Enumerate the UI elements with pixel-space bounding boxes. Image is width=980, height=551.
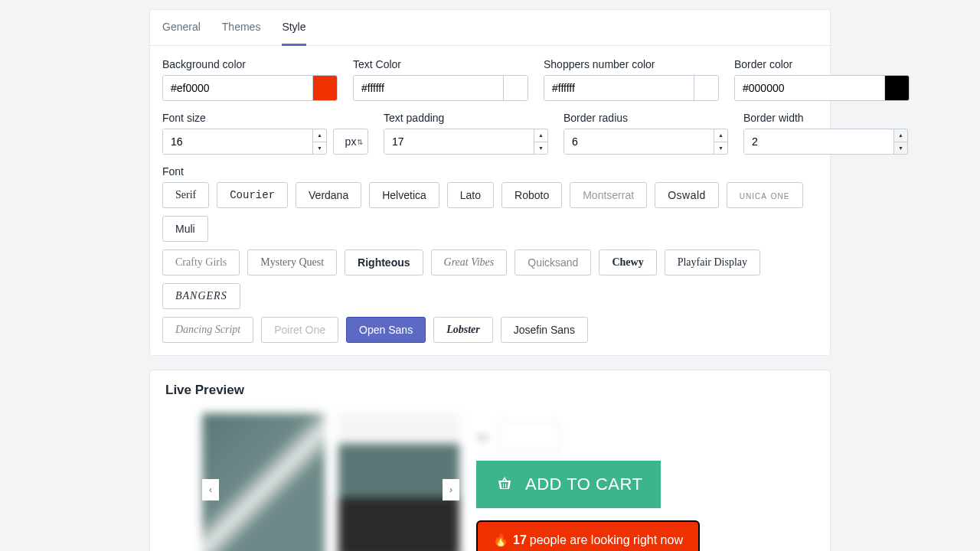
borderwidth-label: Border width	[743, 112, 908, 124]
borderwidth-input[interactable]	[744, 129, 893, 154]
fontsize-input[interactable]	[163, 129, 312, 154]
shoppers-text: people are looking right now	[530, 533, 683, 547]
chevron-down-icon[interactable]: ▼	[894, 142, 907, 155]
font-lato[interactable]: Lato	[447, 182, 494, 208]
textpadding-field: ▲▼	[384, 129, 548, 155]
font-chewy[interactable]: Chewy	[599, 249, 656, 276]
bgcolor-field	[162, 75, 338, 101]
borderradius-label: Border radius	[564, 112, 728, 124]
textcolor-field	[353, 75, 528, 101]
product-image-alt	[338, 413, 459, 551]
quantity-row: qty	[476, 421, 778, 452]
tabs: General Themes Style	[150, 10, 830, 46]
textpadding-stepper[interactable]: ▲▼	[534, 129, 547, 154]
gallery-prev-button[interactable]: ‹	[202, 479, 219, 500]
font-crafty-girls[interactable]: Crafty Girls	[162, 249, 240, 276]
font-montserrat[interactable]: Montserrat	[570, 182, 647, 208]
borderradius-stepper[interactable]: ▲▼	[714, 129, 727, 154]
chevron-down-icon[interactable]: ▼	[313, 142, 326, 155]
textpadding-label: Text padding	[384, 112, 548, 124]
font-mystery-quest[interactable]: Mystery Quest	[247, 249, 337, 276]
font-roboto[interactable]: Roboto	[501, 182, 562, 208]
chevron-up-icon[interactable]: ▲	[313, 129, 326, 142]
fontsize-stepper[interactable]: ▲▼	[312, 129, 326, 154]
bordercolor-input[interactable]	[735, 76, 884, 100]
numcolor-swatch[interactable]	[694, 76, 718, 100]
tab-themes[interactable]: Themes	[222, 10, 261, 45]
font-oswald[interactable]: Oswald	[655, 182, 719, 208]
textpadding-input[interactable]	[384, 129, 534, 154]
font-open-sans[interactable]: Open Sans	[346, 317, 426, 343]
chevron-up-icon[interactable]: ▲	[534, 129, 547, 142]
font-bangers[interactable]: BANGERS	[162, 283, 240, 309]
bordercolor-field	[734, 75, 910, 101]
textcolor-label: Text Color	[353, 58, 528, 70]
bgcolor-input[interactable]	[163, 76, 312, 100]
font-courier[interactable]: Courier	[217, 182, 288, 208]
qty-label: qty	[476, 431, 489, 442]
fire-icon: 🔥	[493, 533, 508, 547]
chevron-down-icon[interactable]: ▼	[534, 142, 547, 155]
borderradius-input[interactable]	[564, 129, 714, 154]
qty-input[interactable]	[498, 421, 560, 452]
borderwidth-stepper[interactable]: ▲▼	[893, 129, 907, 154]
fontsize-field: ▲▼	[162, 129, 327, 155]
font-label: Font	[162, 165, 818, 178]
font-helvetica[interactable]: Helvetica	[369, 182, 439, 208]
preview-panel: Live Preview ‹ › qty ADD TO	[149, 370, 831, 551]
numcolor-field	[544, 75, 719, 101]
numcolor-label: Shoppers number color	[544, 58, 719, 70]
font-lobster[interactable]: Lobster	[433, 317, 493, 343]
font-muli[interactable]: Muli	[162, 216, 208, 242]
shoppers-count: 17	[513, 533, 527, 547]
settings-panel: General Themes Style Background color Te…	[149, 9, 831, 356]
font-dancing-script[interactable]: Dancing Script	[162, 317, 253, 343]
textcolor-swatch[interactable]	[503, 76, 528, 100]
bgcolor-label: Background color	[162, 58, 338, 70]
chevron-up-icon[interactable]: ▲	[894, 129, 907, 142]
font-quicksand[interactable]: Quicksand	[514, 249, 591, 276]
add-to-cart-label: ADD TO CART	[525, 474, 642, 494]
add-to-cart-button[interactable]: ADD TO CART	[476, 461, 661, 508]
font-playfair-display[interactable]: Playfair Display	[665, 249, 760, 276]
font-verdana[interactable]: Verdana	[296, 182, 361, 208]
gallery-next-button[interactable]: ›	[443, 479, 459, 500]
font-serif[interactable]: Serif	[162, 182, 209, 208]
fontsize-label: Font size	[162, 112, 368, 124]
basket-icon	[495, 475, 514, 494]
shoppers-bar: 🔥 17 people are looking right now	[476, 520, 700, 551]
tab-general[interactable]: General	[162, 10, 201, 45]
chevron-down-icon[interactable]: ▼	[714, 142, 727, 155]
borderwidth-field: ▲▼	[743, 129, 908, 155]
font-josefin-sans[interactable]: Josefin Sans	[501, 317, 588, 343]
font-unica-one[interactable]: unica one	[727, 182, 803, 208]
preview-title: Live Preview	[150, 370, 830, 407]
font-great-vibes[interactable]: Great Vibes	[431, 249, 508, 276]
chevron-up-icon[interactable]: ▲	[714, 129, 727, 142]
font-poiret-one[interactable]: Poiret One	[261, 317, 338, 343]
tab-style[interactable]: Style	[282, 10, 305, 46]
bordercolor-swatch[interactable]	[884, 76, 909, 100]
bgcolor-swatch[interactable]	[312, 76, 337, 100]
font-righteous[interactable]: Righteous	[345, 249, 423, 276]
borderradius-field: ▲▼	[564, 129, 728, 155]
product-gallery: ‹ ›	[202, 413, 459, 551]
bordercolor-label: Border color	[734, 58, 910, 70]
fontsize-unit-select[interactable]: px	[333, 129, 368, 155]
numcolor-input[interactable]	[544, 76, 694, 100]
textcolor-input[interactable]	[354, 76, 503, 100]
product-image-main	[202, 413, 325, 551]
